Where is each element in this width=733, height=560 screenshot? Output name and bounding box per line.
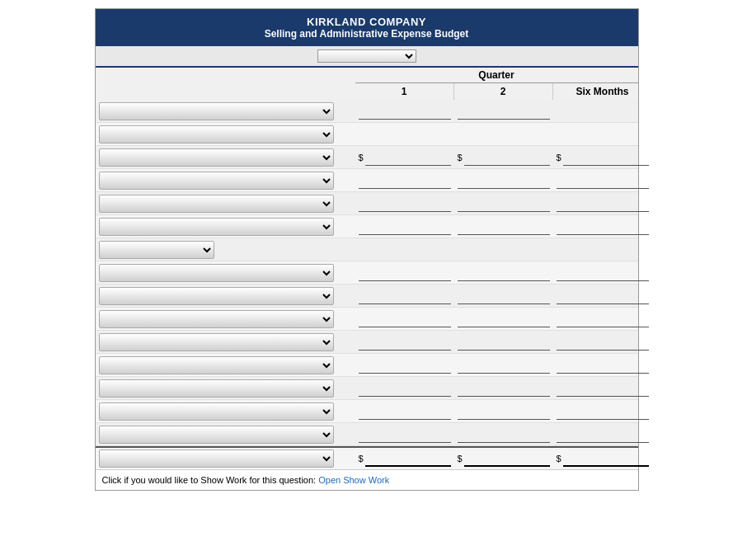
row-9-q1[interactable]: [359, 288, 451, 304]
row-2: [96, 123, 638, 146]
row-2-select[interactable]: [99, 125, 334, 144]
row-9-select[interactable]: [99, 287, 334, 305]
row-5: [96, 192, 638, 215]
row-8-q2[interactable]: [458, 265, 550, 281]
row-11-q1[interactable]: [359, 334, 451, 351]
row-3-six-input[interactable]: [563, 149, 649, 166]
dollar-2: $: [458, 153, 463, 162]
row-1-q1: [355, 101, 454, 121]
quarter-label: Quarter: [355, 68, 638, 83]
dollar-1: $: [359, 153, 364, 162]
row-11-q2[interactable]: [458, 334, 550, 351]
row-13: [96, 377, 638, 400]
row-7: [96, 238, 638, 261]
total-dollar-2: $: [458, 454, 463, 464]
row-12-six[interactable]: [557, 357, 649, 374]
row-14-q1[interactable]: [359, 403, 451, 420]
show-work-link[interactable]: Open Show Work: [318, 475, 389, 485]
six-months-header: Six Months: [553, 83, 652, 100]
row-3-six: $: [553, 148, 652, 167]
row-13-q2[interactable]: [458, 380, 550, 397]
row-1-q2: [454, 101, 553, 121]
row-3-label: [96, 147, 355, 168]
row-3-q1-input[interactable]: [365, 149, 451, 166]
row-8-six[interactable]: [557, 265, 649, 281]
dollar-3: $: [557, 153, 561, 162]
total-row: $ $ $: [96, 446, 638, 469]
row-15-six[interactable]: [557, 426, 649, 443]
total-q2: $: [454, 449, 553, 468]
row-5-select[interactable]: [99, 195, 334, 213]
row-14-select[interactable]: [99, 402, 334, 421]
row-3-select[interactable]: [99, 148, 334, 167]
row-1-q1-input[interactable]: [359, 103, 451, 120]
row-10-six[interactable]: [557, 311, 649, 327]
row-1-select[interactable]: [99, 102, 334, 120]
row-6-q1[interactable]: [359, 219, 451, 235]
row-10-select[interactable]: [99, 310, 334, 328]
row-12-select[interactable]: [99, 356, 334, 374]
row-3-q2: $: [454, 148, 553, 167]
row-4: [96, 169, 638, 192]
row-1: [96, 100, 638, 123]
row-6-q2[interactable]: [458, 219, 550, 235]
row-15: [96, 423, 638, 446]
row-15-q2[interactable]: [458, 426, 550, 443]
row-4-q1[interactable]: [359, 172, 451, 189]
row-6: [96, 215, 638, 238]
row-4-select[interactable]: [99, 172, 334, 190]
row-8: [96, 261, 638, 285]
row-11: [96, 331, 638, 354]
row-13-q1[interactable]: [359, 380, 451, 397]
row-8-q1[interactable]: [359, 265, 451, 281]
row-12-q2[interactable]: [458, 357, 550, 374]
row-5-q2[interactable]: [458, 195, 550, 212]
row-3-q2-input[interactable]: [464, 149, 550, 166]
row-13-six[interactable]: [557, 380, 649, 397]
row-5-six[interactable]: [557, 195, 649, 212]
row-4-q2[interactable]: [458, 172, 550, 189]
total-dollar-3: $: [557, 454, 561, 464]
total-six: $: [553, 449, 652, 468]
row-7-select[interactable]: [99, 241, 214, 259]
row-5-q1[interactable]: [359, 195, 451, 212]
bottom-bar: Click if you would like to Show Work for…: [96, 469, 638, 490]
total-q1: $: [355, 449, 454, 468]
row-6-select[interactable]: [99, 218, 334, 236]
row-2-label: [96, 124, 355, 145]
row-1-six: [553, 110, 652, 113]
row-12-q1[interactable]: [359, 357, 451, 374]
row-13-select[interactable]: [99, 379, 334, 398]
row-1-q2-input[interactable]: [458, 103, 550, 120]
row-3: $ $ $: [96, 146, 638, 169]
row-9: [96, 285, 638, 308]
row-10-q2[interactable]: [458, 311, 550, 327]
total-q1-input[interactable]: [365, 450, 451, 467]
total-select[interactable]: [99, 449, 334, 468]
row-14: [96, 400, 638, 423]
row-15-select[interactable]: [99, 426, 334, 444]
row-9-q2[interactable]: [458, 288, 550, 304]
row-9-six[interactable]: [557, 288, 649, 304]
row-11-six[interactable]: [557, 334, 649, 351]
total-q2-input[interactable]: [464, 450, 550, 467]
total-six-input[interactable]: [563, 450, 649, 467]
row-12: [96, 354, 638, 377]
row-1-label: [96, 101, 355, 122]
row-10-q1[interactable]: [359, 311, 451, 327]
row-3-q1: $: [355, 148, 454, 167]
budget-title: Selling and Administrative Expense Budge…: [99, 28, 635, 40]
company-name: KIRKLAND COMPANY: [99, 16, 635, 28]
row-8-select[interactable]: [99, 264, 334, 282]
row-14-q2[interactable]: [458, 403, 550, 420]
period-select[interactable]: [317, 49, 416, 63]
row-15-q1[interactable]: [359, 426, 451, 443]
row-6-six[interactable]: [557, 219, 649, 235]
header-block: KIRKLAND COMPANY Selling and Administrat…: [96, 9, 638, 46]
row-4-six[interactable]: [557, 172, 649, 189]
row-14-six[interactable]: [557, 403, 649, 420]
row-11-select[interactable]: [99, 333, 334, 351]
quarter-2-header: 2: [454, 83, 553, 100]
quarter-1-header: 1: [355, 83, 454, 100]
total-dollar-1: $: [359, 454, 364, 464]
